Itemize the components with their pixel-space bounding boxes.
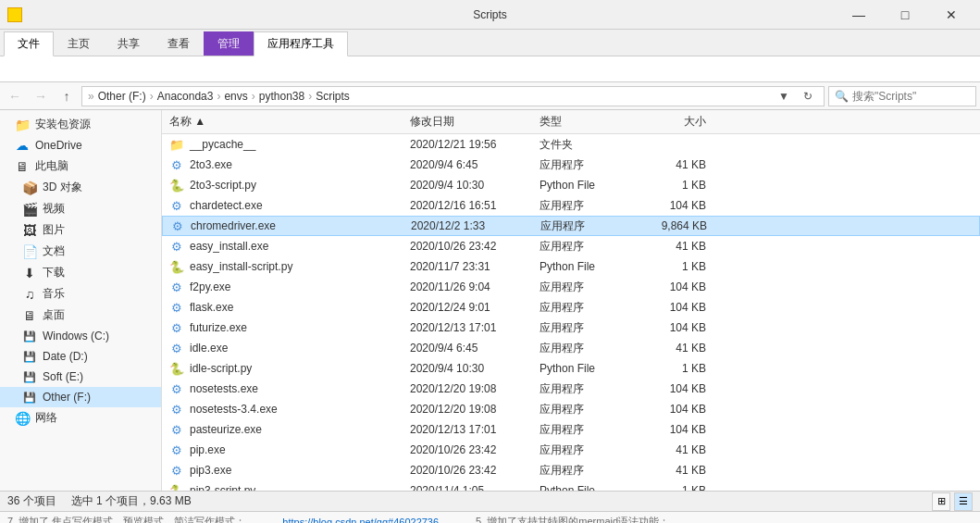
file-name: 🐍 idle-script.py (162, 361, 403, 376)
file-type: 应用程序 (532, 157, 643, 173)
table-row[interactable]: ⚙ f2py.exe 2020/11/26 9:04 应用程序 104 KB (162, 277, 980, 297)
table-row[interactable]: ⚙ idle.exe 2020/9/4 6:45 应用程序 41 KB (162, 338, 980, 358)
sidebar-label: 下载 (43, 265, 65, 280)
file-type: 应用程序 (532, 341, 643, 356)
file-date: 2020/12/13 17:01 (403, 321, 532, 334)
col-header-size[interactable]: 大小 (643, 112, 717, 131)
table-row[interactable]: ⚙ nosetests.exe 2020/12/20 19:08 应用程序 10… (162, 379, 980, 399)
detail-view-btn[interactable]: ☰ (954, 492, 973, 511)
tab-share[interactable]: 共享 (104, 31, 154, 56)
file-icon: ⚙ (169, 320, 184, 335)
file-name: ⚙ nosetests-3.4.exe (162, 402, 403, 417)
file-type: Python File (532, 179, 643, 192)
sidebar-item-network[interactable]: 🌐 网络 (0, 407, 161, 429)
path-other-f[interactable]: Other (F:) (98, 90, 146, 103)
table-row[interactable]: ⚙ futurize.exe 2020/12/13 17:01 应用程序 104… (162, 318, 980, 338)
file-size: 104 KB (643, 382, 717, 395)
tab-manage[interactable]: 管理 (204, 31, 254, 56)
file-date: 2020/9/4 10:30 (403, 362, 532, 375)
back-button[interactable]: ← (4, 85, 26, 107)
file-size: 104 KB (643, 403, 717, 416)
file-name: 📁 __pycache__ (162, 137, 403, 152)
file-icon: 📁 (169, 137, 184, 152)
table-row[interactable]: ⚙ 2to3.exe 2020/9/4 6:45 应用程序 41 KB (162, 155, 980, 175)
sidebar-label: 文档 (43, 243, 65, 259)
table-row[interactable]: ⚙ flask.exe 2020/12/24 9:01 应用程序 104 KB (162, 297, 980, 318)
file-size: 104 KB (643, 321, 717, 334)
table-row[interactable]: 📁 __pycache__ 2020/12/21 19:56 文件夹 (162, 134, 980, 155)
path-anaconda3[interactable]: Anaconda3 (157, 90, 214, 103)
file-date: 2020/11/7 23:31 (403, 260, 532, 273)
search-box: 🔍 (828, 86, 976, 106)
sidebar-label: 音乐 (43, 286, 65, 302)
tab-view[interactable]: 查看 (154, 31, 204, 56)
file-size: 104 KB (643, 280, 717, 293)
file-size: 9,864 KB (644, 219, 718, 232)
file-date: 2020/12/16 16:51 (403, 199, 532, 212)
sidebar-item-onedrive[interactable]: ☁ OneDrive (0, 135, 161, 156)
search-input[interactable] (852, 90, 980, 103)
minimize-button[interactable]: — (837, 0, 880, 30)
up-button[interactable]: ↑ (56, 85, 78, 107)
sidebar-item-thispc[interactable]: 🖥 此电脑 (0, 156, 161, 177)
sidebar-item-c[interactable]: 💾 Windows (C:) (0, 326, 161, 346)
tab-apptools[interactable]: 应用程序工具 (254, 31, 348, 56)
col-header-type[interactable]: 类型 (532, 112, 643, 131)
file-icon: ⚙ (169, 280, 184, 294)
path-envs[interactable]: envs (224, 90, 247, 103)
sidebar-item-downloads[interactable]: ⬇ 下载 (0, 262, 161, 283)
file-date: 2020/12/20 19:08 (403, 382, 532, 395)
maximize-button[interactable]: □ (884, 0, 926, 30)
tab-home[interactable]: 主页 (54, 31, 104, 56)
sidebar-item-3dobjects[interactable]: 📦 3D 对象 (0, 177, 161, 198)
table-row[interactable]: 🐍 idle-script.py 2020/9/4 10:30 Python F… (162, 358, 980, 379)
col-header-name[interactable]: 名称 ▲ (162, 112, 403, 131)
table-row[interactable]: ⚙ nosetests-3.4.exe 2020/12/20 19:08 应用程… (162, 399, 980, 419)
file-type: 应用程序 (532, 280, 643, 295)
col-header-date[interactable]: 修改日期 (403, 112, 532, 131)
file-name: ⚙ chardetect.exe (162, 198, 403, 213)
drive-icon: 💾 (22, 369, 37, 384)
path-chevron: » (88, 90, 94, 103)
bottom-link[interactable]: https://blog.csdn.net/qq#46022736 (282, 517, 439, 524)
music-icon: ♫ (22, 287, 37, 302)
sidebar-item-install[interactable]: 📁 安装包资源 (0, 114, 161, 135)
sidebar-item-e[interactable]: 💾 Soft (E:) (0, 367, 161, 387)
sidebar-item-docs[interactable]: 📄 文档 (0, 241, 161, 262)
file-icon: 🐍 (169, 483, 184, 491)
file-icon: ⚙ (169, 381, 184, 396)
sidebar-item-pictures[interactable]: 🖼 图片 (0, 219, 161, 241)
sidebar-item-desktop[interactable]: 🖥 桌面 (0, 305, 161, 326)
3d-icon: 📦 (22, 181, 37, 195)
sidebar-item-f[interactable]: 💾 Other (F:) (0, 387, 161, 407)
forward-button[interactable]: → (30, 85, 52, 107)
file-icon: ⚙ (169, 442, 184, 457)
file-date: 2020/12/24 9:01 (403, 301, 532, 314)
path-scripts[interactable]: Scripts (316, 90, 350, 103)
table-row[interactable]: 🐍 pip3-script.py 2020/11/4 1:05 Python F… (162, 480, 980, 491)
file-icon: ⚙ (169, 341, 184, 355)
file-date: 2020/9/4 6:45 (403, 342, 532, 355)
sidebar-item-d[interactable]: 💾 Date (D:) (0, 346, 161, 367)
table-row[interactable]: ⚙ pasteurize.exe 2020/12/13 17:01 应用程序 1… (162, 419, 980, 440)
file-date: 2020/12/21 19:56 (403, 138, 532, 151)
refresh-btn[interactable]: ↻ (798, 86, 818, 106)
tab-file[interactable]: 文件 (4, 31, 54, 56)
table-row[interactable]: ⚙ pip3.exe 2020/10/26 23:42 应用程序 41 KB (162, 460, 980, 480)
sidebar-item-video[interactable]: 🎬 视频 (0, 198, 161, 219)
table-row[interactable]: ⚙ chromedriver.exe 2020/12/2 1:33 应用程序 9… (162, 216, 980, 236)
close-button[interactable]: ✕ (930, 0, 973, 30)
table-row[interactable]: ⚙ easy_install.exe 2020/10/26 23:42 应用程序… (162, 236, 980, 256)
path-python38[interactable]: python38 (259, 90, 304, 103)
table-row[interactable]: ⚙ pip.exe 2020/10/26 23:42 应用程序 41 KB (162, 440, 980, 460)
dropdown-btn[interactable]: ▼ (774, 86, 794, 106)
large-icon-view-btn[interactable]: ⊞ (932, 492, 950, 511)
desktop-icon: 🖥 (22, 308, 37, 323)
table-row[interactable]: 🐍 easy_install-script.py 2020/11/7 23:31… (162, 256, 980, 277)
table-row[interactable]: ⚙ chardetect.exe 2020/12/16 16:51 应用程序 1… (162, 195, 980, 216)
file-name: ⚙ easy_install.exe (162, 239, 403, 254)
file-size: 104 KB (643, 199, 717, 212)
sidebar-item-music[interactable]: ♫ 音乐 (0, 283, 161, 305)
file-size: 1 KB (643, 484, 717, 491)
table-row[interactable]: 🐍 2to3-script.py 2020/9/4 10:30 Python F… (162, 175, 980, 195)
